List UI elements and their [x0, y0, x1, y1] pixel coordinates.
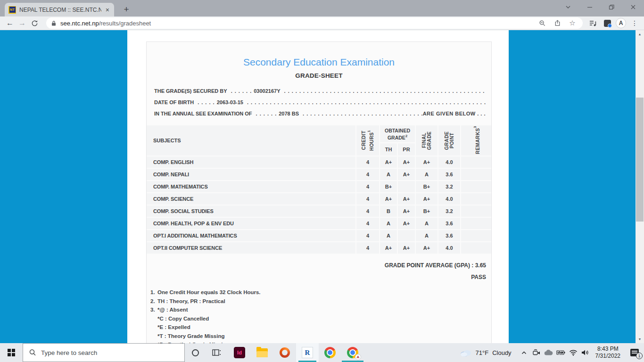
- footnote-marker: [150, 314, 157, 323]
- statement-label: DATE OF BIRTH: [154, 97, 196, 108]
- cell-pr-grade: A+: [398, 156, 415, 168]
- close-button[interactable]: [622, 0, 644, 14]
- cortana-button[interactable]: [185, 343, 206, 362]
- statement-separator-dots: . . . . . .: [229, 85, 254, 97]
- share-icon[interactable]: [552, 17, 563, 29]
- start-button[interactable]: [0, 343, 23, 362]
- battery-icon[interactable]: [555, 343, 567, 362]
- cell-grade-point: 3.6: [438, 218, 460, 229]
- task-view-button[interactable]: [206, 343, 228, 362]
- file-explorer-button[interactable]: [251, 343, 273, 362]
- scrollbar-down-icon[interactable]: ▼: [636, 335, 644, 343]
- chrome-button[interactable]: [319, 343, 341, 362]
- back-button[interactable]: ←: [4, 17, 16, 29]
- vertical-scrollbar[interactable]: ▲ ▼: [636, 30, 644, 343]
- browser-toolbar: ← → see.ntc.net.np/results/gradesheet ☆ …: [0, 16, 644, 30]
- scrollbar-up-icon[interactable]: ▲: [636, 30, 644, 38]
- media-playlist-extension-icon[interactable]: [587, 17, 599, 29]
- browser-tab[interactable]: NT NEPAL TELECOM :: SEE.NTC.NET.N ×: [5, 3, 114, 16]
- reload-button[interactable]: [28, 17, 41, 29]
- notification-badge: 1: [636, 353, 643, 359]
- minimize-button[interactable]: [579, 0, 601, 14]
- cell-credit-hours: 4: [356, 169, 379, 180]
- table-row: COMP. NEPALI 4 A A+ A 3.6: [147, 169, 491, 180]
- table-row: COMP. SOCIAL STUDIES 4 B A+ B+ 3.2: [147, 206, 491, 217]
- cell-remarks: [461, 206, 491, 217]
- cell-grade-point: 3.6: [438, 169, 460, 180]
- footnote-line: *E : Expelled: [150, 323, 491, 332]
- cell-credit-hours: 4: [356, 193, 379, 205]
- lock-icon: [51, 20, 57, 26]
- statement-separator-dots: . . . . . .: [254, 108, 279, 119]
- cell-subject: COMP. MATHEMATICS: [147, 181, 355, 192]
- footnote-text: *@ : Absent: [157, 305, 188, 314]
- footnote-line: 1. One Credit Hour equals 32 Clock Hours…: [150, 288, 491, 297]
- action-center-button[interactable]: 1: [625, 343, 644, 362]
- address-bar[interactable]: see.ntc.net.np/results/gradesheet ☆: [46, 17, 583, 29]
- taskbar-search-input[interactable]: Type here to search: [23, 343, 185, 362]
- onedrive-cloud-icon[interactable]: [543, 343, 555, 362]
- speaker-icon[interactable]: [579, 343, 592, 362]
- table-row: OPT.II COMPUTER SCIENCE 4 A+ A+ A+ 4.0: [147, 242, 491, 254]
- result-status: PASS: [147, 274, 491, 280]
- statement-line: THE GRADE(S) SECURED BY . . . . . . 0300…: [147, 85, 491, 97]
- table-header: SUBJECTS CREDIT HOURS1 OBTAINED GRADE2 F…: [147, 125, 491, 156]
- new-tab-button[interactable]: +: [121, 4, 132, 15]
- statement-separator-dots: . . . . .: [196, 97, 217, 108]
- indesign-button[interactable]: Id: [228, 343, 251, 362]
- dark-square-extension-icon[interactable]: [602, 17, 613, 29]
- table-row: COMP. HEALTH, POP & ENV EDU 4 A A+ A 3.6: [147, 218, 491, 229]
- dotted-filler: . . . . . . . . . . . . . . . . . . . . …: [245, 97, 486, 108]
- zoom-out-icon[interactable]: [537, 17, 548, 29]
- table-body: COMP. ENGLISH 4 A+ A+ A+ 4.0 COMP. NEPAL…: [147, 156, 491, 254]
- cell-credit-hours: 4: [356, 218, 379, 229]
- dotted-filler: . . . . . . . . . . . . . . . . . . . . …: [301, 108, 423, 119]
- office-button[interactable]: [273, 343, 296, 362]
- tab-close-icon[interactable]: ×: [105, 7, 110, 13]
- chrome-active-button[interactable]: A: [341, 343, 364, 362]
- cell-pr-grade: [398, 230, 415, 241]
- cell-final-grade: A+: [416, 193, 438, 205]
- meet-now-icon[interactable]: [530, 343, 543, 362]
- profile-avatar[interactable]: A: [616, 18, 626, 28]
- footnote-marker: 3.: [150, 305, 157, 314]
- ntc-favicon-icon: NT: [8, 6, 16, 14]
- cell-grade-point: 4.0: [438, 242, 460, 254]
- header-th: TH: [380, 143, 397, 156]
- scrollbar-thumb[interactable]: [636, 98, 644, 222]
- weather-condition: Cloudy: [492, 349, 511, 356]
- wifi-icon[interactable]: [567, 343, 579, 362]
- cell-final-grade: A+: [416, 156, 438, 168]
- url-text[interactable]: see.ntc.net.np/results/gradesheet: [60, 20, 151, 27]
- footnote-line: 2. TH : Theory, PR : Practical: [150, 297, 491, 306]
- revit-icon: R: [302, 347, 313, 358]
- cell-subject: COMP. NEPALI: [147, 169, 355, 180]
- revit-button[interactable]: R: [296, 343, 319, 362]
- gradesheet-card: Secondary Education Examination GRADE-SH…: [146, 41, 492, 346]
- weather-widget[interactable]: 71°F Cloudy: [460, 349, 512, 357]
- cell-final-grade: A: [416, 230, 438, 241]
- table-row: COMP. MATHEMATICS 4 B+ B+ 3.2: [147, 181, 491, 192]
- url-domain: see.ntc.net.np: [60, 20, 99, 27]
- bookmark-star-icon[interactable]: ☆: [567, 17, 578, 29]
- chrome-menu-icon[interactable]: ⋮: [629, 17, 640, 29]
- cell-subject: COMP. SCIENCE: [147, 193, 355, 205]
- footnote-marker: 1.: [150, 288, 157, 297]
- weather-temp: 71°F: [476, 349, 489, 356]
- clock[interactable]: 8:43 PM 7/31/2022: [595, 346, 620, 360]
- cell-subject: COMP. SOCIAL STUDIES: [147, 206, 355, 217]
- footnote-line: *C : Copy Cancelled: [150, 314, 491, 323]
- file-explorer-icon: [256, 348, 268, 357]
- statement-tail: ARE GIVEN BELOW . . .: [423, 108, 486, 119]
- tray-chevron-up-icon[interactable]: [518, 343, 530, 362]
- cell-pr-grade: A+: [398, 218, 415, 229]
- statement-value: 2063-03-15: [217, 97, 245, 108]
- grades-table: SUBJECTS CREDIT HOURS1 OBTAINED GRADE2 F…: [147, 125, 491, 254]
- cortana-circle-icon: [192, 349, 199, 356]
- tab-search-chevron-icon[interactable]: [557, 0, 579, 14]
- footnote-marker: [150, 332, 157, 341]
- chrome-icon: [324, 347, 336, 358]
- restore-button[interactable]: [601, 0, 622, 14]
- cell-final-grade: B+: [416, 181, 438, 192]
- cell-subject: COMP. ENGLISH: [147, 156, 355, 168]
